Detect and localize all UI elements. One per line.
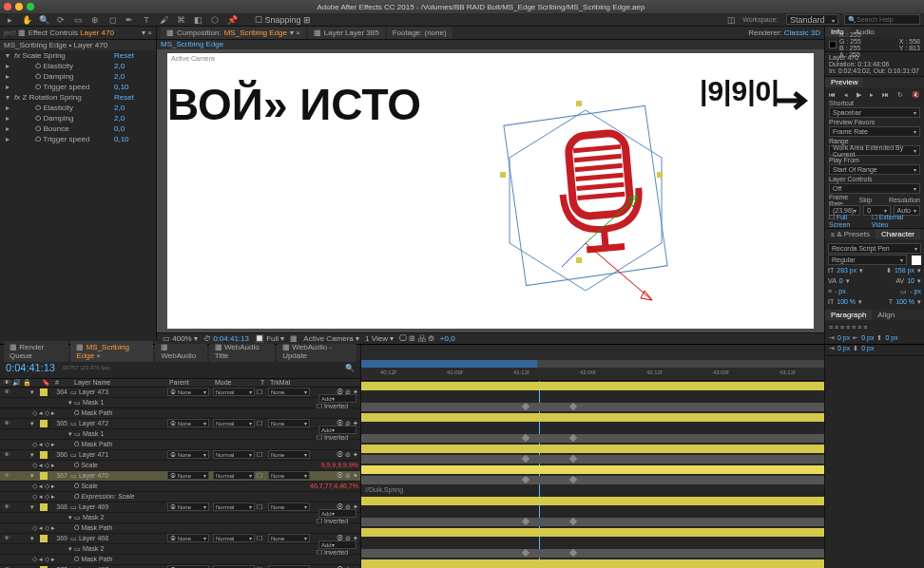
fx-prop[interactable]: ▸Ö Bounce0,0 (0, 123, 156, 134)
layer-row[interactable]: ◇ ◂ ◇ ▸ Ö Mask Path (0, 555, 360, 565)
parent-dd[interactable]: ⦿ None (167, 450, 209, 459)
effect-controls-tab[interactable]: ject ▦ Effect Controls Layer 470 ▾ × (0, 27, 156, 40)
comp-tab-layer[interactable]: ▦ Layer Layer 385 (308, 27, 385, 39)
trkmat-dd[interactable]: None (268, 502, 310, 511)
canvas[interactable]: Active Camera ВОЙ» ИСТО |9|9|0| (167, 53, 814, 329)
grid-icon[interactable]: ▦ (290, 334, 298, 343)
fx-prop[interactable]: ▸Ö Trigger speed0,10 (0, 134, 156, 144)
last-frame-icon[interactable]: ⏭ (882, 91, 889, 98)
zoom-tool-icon[interactable]: 🔍 (38, 14, 49, 26)
range-dd[interactable]: Work Area Extended By Current (829, 145, 920, 156)
layer-row[interactable]: 👁 ▾ 364▭ Layer 473 ⦿ None Normal ☐ None … (0, 388, 360, 398)
res-dropdown[interactable]: 🔲 Full ▾ (255, 334, 284, 343)
views-dropdown[interactable]: 1 View ▾ (365, 334, 394, 343)
parent-dd[interactable]: ⦿ None (167, 419, 209, 427)
snapping-toggle[interactable]: ☐ Snapping ⊞ (255, 15, 311, 25)
brush-tool-icon[interactable]: 🖌 (158, 14, 169, 26)
workspace-icon[interactable]: ◫ (725, 14, 737, 26)
next-frame-icon[interactable]: ▸ (870, 91, 874, 99)
layer-row[interactable]: ◇ ◂ ◇ ▸ Ö Expression: Scale (0, 492, 360, 502)
trkmat-dd[interactable]: None (268, 450, 310, 459)
close-window[interactable] (4, 3, 11, 10)
trkmat-dd[interactable]: None (268, 388, 310, 396)
mode-dd[interactable]: Normal (213, 471, 255, 480)
layer-row[interactable]: 👁 ▾ 369▭ Layer 468 ⦿ None Normal ☐ None … (0, 534, 360, 544)
tab-paragraph[interactable]: Paragraph (825, 310, 872, 320)
fx-prop[interactable]: ▸Ö Elasticity2,0 (0, 103, 156, 113)
shortcut-dd[interactable]: Spacebar (829, 107, 920, 118)
layer-row[interactable]: ◇ ◂ ◇ ▸ Ö Scale46,7,77,4,46,7% (0, 482, 360, 492)
renderer-link[interactable]: Classic 3D (784, 28, 820, 37)
playfrom-dd[interactable]: Start Of Range (829, 164, 920, 175)
style-dd[interactable]: Regular (828, 255, 907, 265)
rotate-tool-icon[interactable]: ⟳ (55, 14, 67, 26)
parent-dd[interactable]: ⦿ None (167, 388, 209, 396)
layer-row[interactable]: ▾ ▭ Mask 1 Add ☐ Inverted (0, 429, 360, 440)
layer-row[interactable]: ▾ ▭ Mask 2 Add ☐ Inverted (0, 544, 360, 555)
hand-tool-icon[interactable]: ✋ (21, 14, 32, 26)
mode-dd[interactable]: Normal (213, 419, 255, 427)
fx-prop[interactable]: ▸Ö Damping2,0 (0, 113, 156, 123)
viewer[interactable]: Active Camera ВОЙ» ИСТО |9|9|0| (157, 49, 824, 332)
clone-tool-icon[interactable]: ⌘ (175, 14, 186, 26)
layercontrols-dd[interactable]: Off (829, 183, 920, 194)
current-time[interactable]: 0:04:41:13 (6, 362, 55, 373)
parent-dd[interactable]: ⦿ None (167, 471, 209, 480)
mute-icon[interactable]: 🔇 (912, 91, 920, 99)
font-dd[interactable]: Recorda Script Pen (828, 243, 921, 254)
trkmat-dd[interactable]: None (268, 534, 310, 542)
para-align-buttons[interactable]: ≡ ≡ ≡ ≡ ≡ ≡ ≡ (829, 322, 920, 332)
layer-row[interactable]: ◇ ◂ ◇ ▸ Ö Mask Path (0, 523, 360, 534)
comp-tab-footage[interactable]: Footage: (none) (387, 27, 452, 39)
workspace-dropdown[interactable]: Standard (786, 14, 838, 25)
layer-row[interactable]: ◇ ◂ ◇ ▸ Ö Scale9,9,9,9,9,9% (0, 461, 360, 471)
layer-row[interactable]: ◇ ◂ ◇ ▸ Ö Mask Path (0, 440, 360, 450)
layer-row[interactable]: 👁 ▾ 365▭ Layer 472 ⦿ None Normal ☐ None … (0, 419, 360, 429)
selection-tool-icon[interactable]: ▸ (4, 14, 15, 26)
viewer-opts[interactable]: 🖵 ⊞ 品 ⚙ (399, 333, 434, 344)
play-icon[interactable]: ▶ (857, 91, 861, 99)
roto-tool-icon[interactable]: ⬡ (209, 14, 221, 26)
first-frame-icon[interactable]: ⏮ (829, 91, 836, 98)
active-cam-dropdown[interactable]: Active Camera ▾ (303, 334, 359, 343)
pen-tool-icon[interactable]: ✒ (124, 14, 135, 26)
preview-transport[interactable]: ⏮ ◂ ▶ ▸ ⏭ ↻ 🔇 (829, 89, 920, 100)
exposure[interactable]: +0,0 (440, 334, 455, 343)
text-tool-icon[interactable]: T (141, 14, 152, 26)
layer-row[interactable]: 👁 ▾ 370▭ Layer 467 ⦿ None Normal ☐ None … (0, 565, 360, 569)
eraser-tool-icon[interactable]: ◧ (192, 14, 203, 26)
fx-prop[interactable]: ▸Ö Damping2,0 (0, 71, 156, 82)
favors-dd[interactable]: Frame Rate (829, 126, 920, 137)
layer-list[interactable]: 👁 ▾ 364▭ Layer 473 ⦿ None Normal ☐ None … (0, 388, 360, 569)
fx-group[interactable]: ▾fx Z Rotation SpringReset (0, 92, 156, 103)
camera-tool-icon[interactable]: ▭ (72, 14, 84, 26)
mode-dd[interactable]: Normal (213, 502, 255, 511)
layer-row[interactable]: ▾ ▭ Mask 1 Add ☐ Inverted (0, 398, 360, 408)
search-icon[interactable]: 🔍 (345, 364, 355, 372)
work-area-bar[interactable] (361, 360, 824, 368)
time-ruler[interactable]: 40:12f41:00f41:12f42:00f42:12f43:00f43:1… (361, 358, 824, 381)
comp-tab-main[interactable]: ▦ Composition: MS_Scribing Edge ▾ × (161, 27, 306, 39)
parent-dd[interactable]: ⦿ None (167, 534, 209, 542)
canvas-selected-layer[interactable] (481, 101, 690, 329)
layer-row[interactable]: ▾ ▭ Mask 2 Add ☐ Inverted (0, 513, 360, 523)
mag-dropdown[interactable]: ▭ 400% ▾ (163, 334, 198, 343)
layer-row[interactable]: 👁 ▾ 367▭ Layer 470 ⦿ None Normal ☐ None … (0, 471, 360, 482)
timeline-right[interactable]: 40:12f41:00f41:12f42:00f42:12f43:00f43:1… (361, 345, 824, 568)
loop-icon[interactable]: ↻ (897, 91, 903, 99)
prev-frame-icon[interactable]: ◂ (844, 91, 848, 99)
layer-row[interactable]: 👁 ▾ 366▭ Layer 471 ⦿ None Normal ☐ None … (0, 450, 360, 461)
trkmat-dd[interactable]: None (268, 419, 310, 427)
maximize-window[interactable] (27, 3, 34, 10)
tab-align[interactable]: Align (872, 310, 900, 320)
mode-dd[interactable]: Normal (213, 450, 255, 459)
layer-row[interactable]: 👁 ▾ 368▭ Layer 469 ⦿ None Normal ☐ None … (0, 502, 360, 513)
puppet-tool-icon[interactable]: 📌 (226, 14, 238, 26)
project-tab-dim[interactable]: ject (4, 28, 15, 37)
mode-dd[interactable]: Normal (213, 388, 255, 396)
parent-dd[interactable]: ⦿ None (167, 502, 209, 511)
tab-character[interactable]: Character (876, 229, 920, 239)
fill-swatch[interactable] (912, 256, 921, 265)
minimize-window[interactable] (15, 3, 23, 10)
search-help[interactable]: 🔍 Search Help (844, 14, 920, 25)
